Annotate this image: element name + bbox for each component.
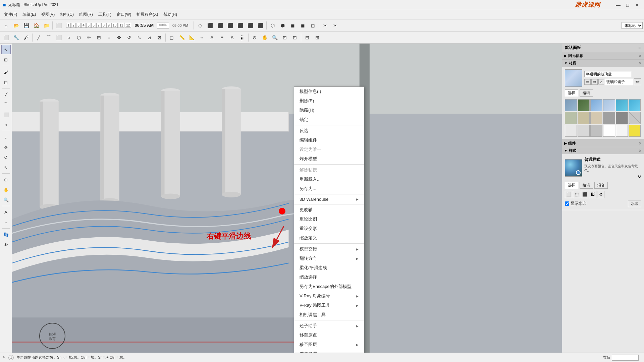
ctx-saveas[interactable]: 另存为...	[294, 184, 364, 193]
ctx-camera-focus[interactable]: 相机调焦工具	[294, 310, 364, 319]
mat-cell-14[interactable]	[590, 125, 602, 137]
tb-back[interactable]: ⬛	[235, 21, 245, 30]
menu-window[interactable]: 窗口(W)	[114, 10, 134, 19]
menu-draw[interactable]: 绘图(R)	[76, 10, 96, 19]
tb-iso[interactable]: ◇	[195, 21, 205, 30]
styles-header[interactable]: ▼ 样式 ×	[562, 147, 644, 154]
ctx-change-axis[interactable]: 更改轴	[294, 205, 364, 215]
tb-shade[interactable]: ◼	[288, 21, 298, 30]
lt-arc[interactable]: ⌒	[1, 100, 11, 109]
style-icon-edge[interactable]: ⬚	[573, 191, 580, 198]
ctx-flip[interactable]: 翻转方向 ▶	[294, 254, 364, 263]
ctx-vray-obj[interactable]: V-Ray 对象编号 ▶	[294, 291, 364, 301]
value-input[interactable]	[612, 355, 639, 361]
ctx-sub-helper[interactable]: 还子助手 ▶	[294, 321, 364, 330]
tb2-line[interactable]: ╱	[34, 33, 43, 42]
style-icon-face[interactable]: ⬜	[565, 191, 572, 198]
lt-move[interactable]: ✥	[1, 142, 11, 152]
tb2-circle[interactable]: ○	[64, 33, 73, 42]
tb-front[interactable]: ⬛	[215, 21, 225, 30]
mat-cell-1[interactable]	[578, 99, 590, 111]
tb2-display-section[interactable]: ⊞	[313, 33, 322, 42]
tb2-select[interactable]: ⬜	[1, 33, 11, 42]
watermark-checkbox[interactable]	[565, 201, 569, 206]
ctx-intersect[interactable]: 模型交错 ▶	[294, 244, 364, 254]
tb2-zoom-ext[interactable]: ⊡	[280, 33, 289, 42]
lt-scale[interactable]: ⤡	[1, 163, 11, 172]
tb2-polygon[interactable]: ⬡	[74, 33, 84, 42]
lt-zoom[interactable]: 🔍	[1, 195, 11, 204]
style-edit-tab[interactable]: 编辑	[580, 182, 593, 189]
tb-open[interactable]: 📂	[11, 21, 21, 30]
tb2-rect[interactable]: ⬜	[54, 33, 63, 42]
tb2-eraser[interactable]: ◻	[167, 33, 176, 42]
style-refresh-btn[interactable]: ↻	[638, 174, 641, 179]
close-button[interactable]: ×	[633, 1, 641, 9]
groups-close[interactable]: ×	[638, 141, 642, 146]
mat-cell-17[interactable]	[629, 125, 641, 137]
watermark-button[interactable]: 水印	[628, 200, 641, 207]
maximize-button[interactable]: □	[623, 1, 632, 9]
styles-close[interactable]: ×	[638, 148, 642, 153]
ctx-explode[interactable]: 炸开模型	[294, 154, 364, 164]
entity-info-close[interactable]: ×	[638, 54, 642, 58]
tb2-text[interactable]: A	[207, 33, 217, 42]
mat-btn2[interactable]: ➡	[591, 79, 598, 85]
tb2-zoomwin[interactable]: ⊡	[290, 33, 300, 42]
tb-xray[interactable]: ⬡	[268, 21, 277, 30]
tb2-tape[interactable]: 📏	[177, 33, 186, 42]
panel-close-btn[interactable]: ≡	[638, 46, 641, 50]
tb-home[interactable]: ⌂	[1, 21, 11, 30]
tb2-sandbox[interactable]: ⣿	[237, 33, 247, 42]
lt-rotate[interactable]: ↺	[1, 153, 11, 162]
ctx-lock[interactable]: 锁定	[294, 115, 364, 124]
mat-cell-7[interactable]	[578, 112, 590, 124]
ctx-unglue[interactable]: 解除粘接	[294, 165, 364, 175]
tb-right[interactable]: ⬛	[225, 21, 235, 30]
ctx-3dwarehouse[interactable]: 3D Warehouse ▶	[294, 195, 364, 203]
lt-pushpull[interactable]: ↕	[1, 132, 11, 142]
mat-cell-11[interactable]	[629, 112, 641, 124]
lt-paint[interactable]: 🖌	[1, 67, 11, 77]
tb2-offset[interactable]: ⊞	[94, 33, 104, 42]
tb-section[interactable]: ✂	[321, 21, 330, 30]
lt-dim[interactable]: ↔	[1, 218, 11, 227]
mat-cell-9[interactable]	[603, 112, 615, 124]
lt-eraser[interactable]: ◻	[1, 77, 11, 87]
tb-new[interactable]: 🏠	[32, 21, 41, 30]
lt-component[interactable]: ⊞	[1, 55, 11, 64]
ctx-delete[interactable]: 删除(E)	[294, 96, 364, 106]
ctx-reload[interactable]: 重新载入...	[294, 175, 364, 184]
materials-close[interactable]: ×	[638, 61, 642, 66]
mat-cell-8[interactable]	[590, 112, 602, 124]
tb2-paint[interactable]: 🖌	[21, 33, 31, 42]
tb2-pushpull[interactable]: ↕	[104, 33, 114, 42]
tb2-pan[interactable]: ✋	[260, 33, 269, 42]
tb2-zoom[interactable]: 🔍	[270, 33, 279, 42]
menu-edit[interactable]: 编辑(E)	[20, 10, 39, 19]
mat-cell-6[interactable]	[565, 112, 577, 124]
lt-orbit[interactable]: ⊙	[1, 175, 11, 184]
style-select-tab[interactable]: 选择	[565, 182, 578, 189]
ctx-selection-mgr[interactable]: 选集管理 ▶	[294, 349, 364, 353]
tb2-3dtext[interactable]: A	[227, 33, 237, 42]
mat-cell-3[interactable]	[603, 99, 615, 111]
lt-circle[interactable]: ○	[1, 120, 11, 129]
tb2-section-plane[interactable]: ⊟	[303, 33, 312, 42]
tb2-intersect[interactable]: ⊠	[155, 33, 164, 42]
mat-select-tab[interactable]: 选择	[565, 89, 578, 97]
menu-file[interactable]: 文件(F)	[1, 10, 20, 19]
lt-pan[interactable]: ✋	[1, 185, 11, 194]
mat-btn1[interactable]: ⬅	[584, 79, 591, 85]
tb2-protractor[interactable]: 📐	[187, 33, 197, 42]
ctx-move-layer[interactable]: 移至图层 ▶	[294, 340, 364, 349]
mat-cell-15[interactable]	[603, 125, 615, 137]
lt-shape[interactable]: ⬜	[1, 110, 11, 119]
style-icon-watermark[interactable]: 🖼	[589, 191, 596, 198]
minimize-button[interactable]: —	[614, 1, 623, 9]
materials-header[interactable]: ▼ 材质 ×	[562, 60, 644, 67]
ctx-edit-component[interactable]: 编辑组件	[294, 135, 364, 145]
mat-cell-13[interactable]	[578, 125, 590, 137]
ctx-invert[interactable]: 反选	[294, 126, 364, 135]
tb2-component[interactable]: 🔧	[11, 33, 21, 42]
